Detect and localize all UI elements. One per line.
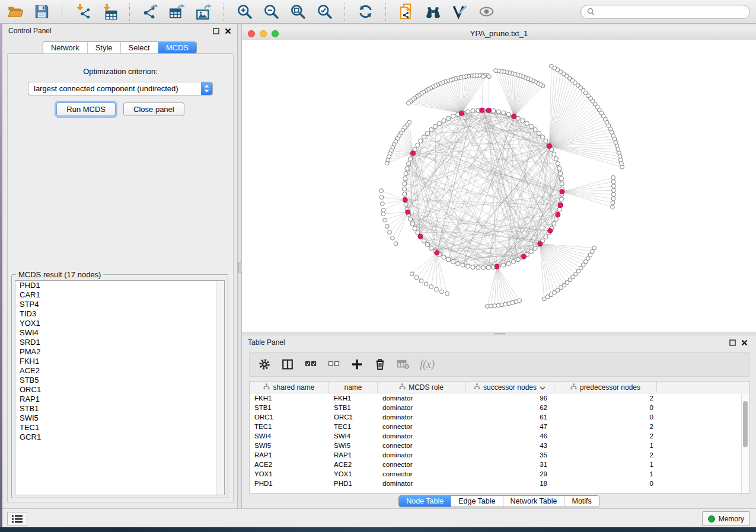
mcds-result-item[interactable]: STB1 [15,404,224,414]
scrollbar-thumb[interactable] [743,401,748,447]
table-row[interactable]: STB1STB1dominator620 [250,403,749,412]
list-icon [11,514,23,524]
mcds-result-item[interactable]: TEC1 [15,423,224,432]
tab-network[interactable]: Network [43,42,87,53]
toolbar-separator [385,3,387,21]
hide-panels-button[interactable] [477,2,496,21]
tab-motifs[interactable]: Motifs [564,496,598,507]
mcds-result-item[interactable]: SWI4 [15,328,224,338]
table-row[interactable]: YOX1YOX1connector291 [250,469,749,479]
table-cell: 61 [465,414,554,421]
close-panel-icon[interactable] [225,28,231,34]
tab-node-table[interactable]: Node Table [399,496,451,507]
mcds-result-item[interactable]: CAR1 [15,290,224,300]
save-session-button[interactable] [33,2,51,21]
network-window-titlebar[interactable]: YPA_prune.txt_1 [242,27,756,41]
split-view-button[interactable] [281,358,294,371]
mcds-list-scrollbar[interactable] [216,281,224,495]
table-row[interactable]: RAP1RAP1dominator352 [250,450,749,460]
zoom-out-icon [263,4,279,20]
mcds-result-list[interactable]: PHD1CAR1STP4TID3YOX1SWI4SRD1PMA2FKH1ACE2… [15,280,225,495]
table-row[interactable]: SWI4SWI4dominator462 [250,431,749,441]
optimization-select[interactable]: largest connected component (undirected) [28,82,213,95]
delete-column-button[interactable] [374,358,387,371]
mcds-result-item[interactable]: PMA2 [15,347,224,357]
column-header-shared-name[interactable]: shared name [250,382,329,393]
table-cell: 46 [465,432,554,440]
table-scrollbar[interactable] [741,394,749,493]
float-panel-icon[interactable] [213,28,219,34]
add-column-button[interactable] [350,358,363,371]
mcds-result-item[interactable]: GCR1 [15,432,224,442]
new-network-from-selection-icon [398,4,414,20]
node-table[interactable]: shared namenameMCDS rolesuccessor nodesp… [249,381,750,493]
optimization-label: Optimization criterion: [8,67,233,76]
mcds-result-item[interactable]: ORC1 [15,385,224,395]
mcds-result-item[interactable]: STB5 [15,376,224,385]
mcds-result-item[interactable]: TID3 [15,309,224,319]
export-network-button[interactable] [141,2,160,21]
control-panel-title: Control Panel [8,27,52,35]
shared-column-icon [399,383,406,392]
mcds-result-item[interactable]: FKH1 [15,357,224,366]
open-session-button[interactable] [6,2,24,21]
table-row[interactable]: ORC1ORC1dominator610 [250,412,749,422]
tab-edge-table[interactable]: Edge Table [451,496,502,507]
tab-style[interactable]: Style [87,42,120,53]
table-row[interactable]: FKH1FKH1dominator962 [250,393,749,403]
mcds-result-item[interactable]: SRD1 [15,338,224,347]
table-cell: ORC1 [329,414,378,421]
network-canvas[interactable] [242,40,756,332]
tab-network-table[interactable]: Network Table [503,496,564,507]
search-input[interactable] [598,7,744,17]
new-network-from-selection-button[interactable] [397,2,416,21]
mcds-result-item[interactable]: ACE2 [15,366,224,376]
mcds-result-item[interactable]: PHD1 [15,281,224,290]
close-panel-icon[interactable] [741,339,748,346]
zoom-fit-button[interactable] [289,2,307,21]
table-row[interactable]: PHD1PHD1dominator180 [250,479,749,488]
close-panel-button[interactable]: Close panel [123,102,184,116]
export-table-button[interactable] [168,2,186,21]
table-cell: 2 [554,451,657,459]
import-table-button[interactable] [100,2,119,21]
mcds-result-item[interactable]: SWI5 [15,414,224,423]
select-all-button[interactable] [304,358,317,371]
first-neighbors-button[interactable] [424,2,442,21]
table-row[interactable]: TEC1TEC1connector472 [250,422,749,431]
function-builder-button: f(x) [420,358,435,371]
table-row[interactable]: SWI5SWI5connector431 [250,441,749,450]
table-body: FKH1FKH1dominator962STB1STB1dominator620… [250,393,749,488]
table-cell: YOX1 [250,470,329,477]
graphics-details-button[interactable] [451,2,469,21]
deselect-all-button[interactable] [327,358,340,371]
column-header-successor-nodes[interactable]: successor nodes [465,382,554,393]
table-panel-title: Table Panel [248,338,285,347]
table-row[interactable]: ACE2ACE2connector311 [250,460,749,469]
memory-button[interactable]: Memory [702,511,750,526]
tab-select[interactable]: Select [120,42,158,53]
mcds-result-item[interactable]: RAP1 [15,395,224,404]
export-image-button[interactable] [194,2,213,21]
zoom-out-button[interactable] [262,2,280,21]
run-mcds-button[interactable]: Run MCDS [56,102,116,116]
vertical-splitter[interactable] [237,24,242,508]
column-header-name[interactable]: name [329,382,378,393]
import-network-button[interactable] [74,2,92,21]
column-settings-button[interactable] [258,358,271,371]
zoom-in-button[interactable] [235,2,254,21]
table-cell: RAP1 [250,451,329,459]
mcds-result-items: PHD1CAR1STP4TID3YOX1SWI4SRD1PMA2FKH1ACE2… [15,281,224,442]
column-header-predecessor-nodes[interactable]: predecessor nodes [554,382,657,393]
search-box[interactable] [580,5,750,19]
column-header-MCDS-role[interactable]: MCDS role [378,382,465,393]
table-cell: FKH1 [250,395,329,402]
task-history-button[interactable] [7,512,27,526]
float-panel-icon[interactable] [729,339,736,346]
mcds-result-item[interactable]: YOX1 [15,319,224,328]
mcds-result-item[interactable]: STP4 [15,300,224,309]
table-cell: 62 [465,404,554,411]
apply-layout-button[interactable] [356,2,375,21]
zoom-selected-button[interactable] [315,2,334,21]
tab-mcds[interactable]: MCDS [158,42,196,53]
